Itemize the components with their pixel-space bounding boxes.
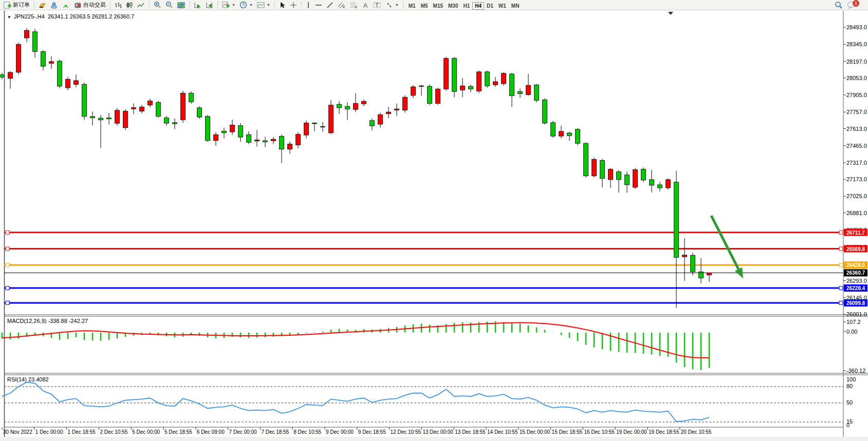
candle-body [206,117,210,141]
candle-body [534,85,539,100]
candle-body [49,62,54,63]
candle-body [600,160,605,178]
chart-ohlc-values: 26341.1 26363.5 26281.2 26360.7 [48,13,134,20]
time-axis-label: 9 Dec 00:00 [326,429,354,435]
candle-body [469,86,473,89]
candle-body [707,273,712,275]
time-axis-label: 15 Dec 00:00 [520,429,550,435]
time-axis-label: 7 Dec 00:00 [229,429,257,435]
candle-body [625,175,630,185]
price-axis-label: 28345.0 [846,41,867,47]
time-axis-label: 30 Nov 2022 [3,429,32,435]
candle-body [255,140,260,141]
candle-body [33,32,38,52]
time-axis-label: 12 Dec 10:55 [391,429,421,435]
chart-menu-icon[interactable]: ▼ [7,15,11,20]
candle-body [592,159,597,176]
candle-body [567,133,572,136]
candle-body [263,141,268,142]
price-badge-label: 26360.7 [846,270,865,276]
candle-body [148,101,153,105]
candle-body [460,86,465,90]
chart-symbol-period: JPN225-,H4 [14,13,45,20]
price-axis-label: 27465.0 [846,143,867,149]
time-axis-label: 5 Dec 00:00 [132,429,160,435]
candle-body [197,108,202,117]
price-axis-label: 27613.0 [846,126,867,132]
price-axis-label: 28197.0 [846,59,867,65]
candle-body [66,79,70,88]
price-axis-label: 26001.0 [846,311,867,317]
rsi-axis-label: 0 [846,422,849,428]
line-handle[interactable] [839,286,843,290]
candle-body [559,131,564,136]
candle-body [354,103,358,109]
arrow-annotation-line[interactable] [711,216,738,269]
time-axis-label: 7 Dec 18:55 [261,429,289,435]
candle-body [271,139,276,141]
line-handle[interactable] [6,301,9,304]
candle-body [608,169,613,180]
time-axis-label: 14 Dec 10:55 [487,429,518,435]
price-axis-label: 27173.0 [846,176,867,182]
candle-body [74,81,79,84]
candle-body [214,135,218,141]
candle-body [674,182,679,257]
candle-body [222,131,227,132]
candle-body [378,114,383,124]
rsi-axis-label: 50 [846,399,853,406]
candle-body [493,82,498,85]
chart-title: ▼JPN225-,H4 26341.1 26363.5 26281.2 2636… [7,13,134,20]
candle-body [345,106,350,109]
line-handle[interactable] [6,286,9,290]
candle-body [403,97,408,110]
candle-body [617,172,621,180]
candle-body [82,84,87,117]
time-axis-label: 13 Dec 00:00 [422,429,453,435]
candle-body [123,111,128,128]
line-handle[interactable] [6,247,9,251]
candle-body [173,123,177,124]
line-handle[interactable] [839,263,843,267]
chart-canvas[interactable]: 28493.028345.028197.028053.027905.027757… [0,0,868,441]
candle-body [526,85,531,94]
candle-body [386,112,391,113]
price-badge-label: 26099.8 [846,300,865,306]
candle-body [140,107,144,111]
candle-body [132,108,136,109]
candle-body [650,180,654,185]
candle-body [164,118,169,123]
line-handle[interactable] [839,247,843,251]
candle-body [633,170,638,187]
price-axis-label: 27757.0 [846,109,867,115]
macd-signal-line [2,322,709,358]
candle-body [329,105,334,133]
price-badge-label: 26228.4 [846,285,865,291]
candle-body [25,30,29,38]
candle-body [551,123,556,136]
candle-body [247,135,251,142]
macd-axis-label: -360.12 [846,368,865,374]
candle-body [370,121,375,126]
price-axis-label: 28493.0 [846,24,867,30]
line-handle[interactable] [839,301,843,304]
candle-body [666,180,671,188]
candle-body [502,73,506,84]
time-axis-label: 9 Dec 18:55 [358,429,386,435]
candle-body [477,72,482,91]
line-handle[interactable] [6,263,9,267]
candle-body [58,61,62,86]
candle-body [691,255,695,272]
time-axis-label: 19 Dec 00:00 [616,429,647,435]
candle-body [189,93,194,102]
line-handle[interactable] [6,231,9,234]
time-axis-label: 13 Dec 18:55 [455,429,486,435]
candle-body [419,86,424,86]
price-axis-label: 27025.0 [846,193,867,199]
rsi-axis-label: 80 [846,383,853,389]
rsi-axis-label: 100 [846,376,856,382]
candle-body [682,255,687,257]
line-handle[interactable] [839,231,843,234]
time-axis-label: 8 Dec 10:55 [293,429,321,435]
chart-shift-marker[interactable] [668,12,673,15]
